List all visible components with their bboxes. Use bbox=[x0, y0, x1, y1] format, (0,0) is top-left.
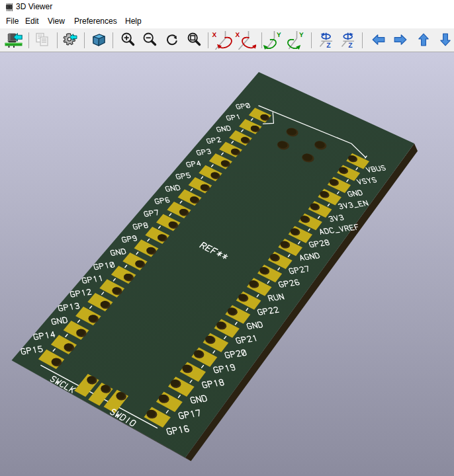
svg-text:Y: Y bbox=[299, 32, 304, 39]
svg-text:X: X bbox=[236, 32, 240, 39]
svg-text:Z: Z bbox=[348, 42, 353, 48]
svg-text:Y: Y bbox=[277, 32, 281, 39]
svg-text:Z: Z bbox=[326, 42, 331, 48]
svg-text:X: X bbox=[212, 32, 217, 39]
